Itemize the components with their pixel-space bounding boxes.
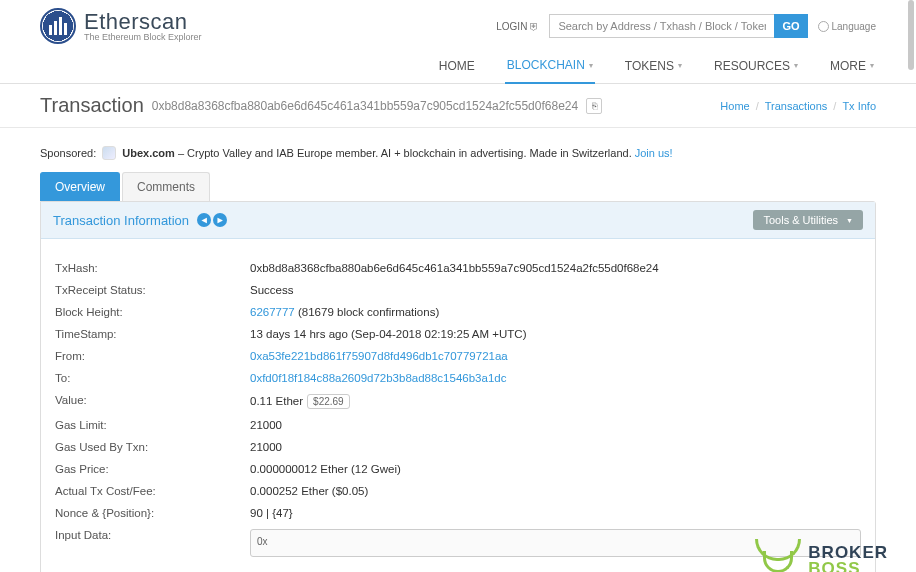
label-to: To: <box>55 372 250 384</box>
label-timestamp: TimeStamp: <box>55 328 250 340</box>
caret-down-icon: ▼ <box>846 217 853 224</box>
value-gasprice: 0.000000012 Ether (12 Gwei) <box>250 463 861 475</box>
tools-dropdown[interactable]: Tools & Utilities▼ <box>753 210 863 230</box>
search-form: GO <box>549 14 807 38</box>
scrollbar-thumb[interactable] <box>908 0 914 70</box>
label-block: Block Height: <box>55 306 250 318</box>
nav-more[interactable]: MORE▾ <box>828 58 876 83</box>
watermark-line2: BOSS <box>808 561 888 572</box>
label-value: Value: <box>55 394 250 409</box>
block-confirmations: (81679 block confirmations) <box>295 306 439 318</box>
chevron-down-icon: ▾ <box>589 61 593 70</box>
breadcrumb: Home/ Transactions/ Tx Info <box>720 100 876 112</box>
value-gaslimit: 21000 <box>250 419 861 431</box>
brand-subtitle: The Ethereum Block Explorer <box>84 33 202 42</box>
nav-home[interactable]: HOME <box>437 58 477 83</box>
tx-hash-heading: 0xb8d8a8368cfba880ab6e6d645c461a341bb559… <box>152 99 578 113</box>
crumb-current: Tx Info <box>842 100 876 112</box>
search-input[interactable] <box>549 14 774 38</box>
chevron-down-icon: ▾ <box>678 61 682 70</box>
value-gasused: 21000 <box>250 441 861 453</box>
label-nonce: Nonce & {Position}: <box>55 507 250 519</box>
scrollbar[interactable] <box>908 0 914 572</box>
nav-resources[interactable]: RESOURCES▾ <box>712 58 800 83</box>
page-title: Transaction 0xb8d8a8368cfba880ab6e6d645c… <box>40 94 602 117</box>
globe-icon <box>818 21 829 32</box>
main-nav: HOME BLOCKCHAIN▾ TOKENS▾ RESOURCES▾ MORE… <box>0 44 916 84</box>
label-from: From: <box>55 350 250 362</box>
sponsored-bar: Sponsored: Ubex.com – Crypto Valley and … <box>0 128 916 172</box>
value-status: Success <box>250 284 861 296</box>
value-nonce: 90 | {47} <box>250 507 861 519</box>
sponsor-link[interactable]: Join us! <box>635 147 673 159</box>
from-address-link[interactable]: 0xa53fe221bd861f75907d8fd496db1c70779721… <box>250 350 508 362</box>
tab-overview[interactable]: Overview <box>40 172 120 201</box>
next-tx-icon[interactable]: ► <box>213 213 227 227</box>
value-ether: 0.11 Ether <box>250 395 303 407</box>
sponsor-name[interactable]: Ubex.com <box>122 147 175 159</box>
label-status: TxReceipt Status: <box>55 284 250 296</box>
label-txhash: TxHash: <box>55 262 250 274</box>
chevron-down-icon: ▾ <box>870 61 874 70</box>
prev-tx-icon[interactable]: ◄ <box>197 213 211 227</box>
watermark-icon <box>754 537 802 572</box>
label-gasused: Gas Used By Txn: <box>55 441 250 453</box>
value-txhash: 0xb8d8a8368cfba880ab6e6d645c461a341bb559… <box>250 262 861 274</box>
value-txcost: 0.000252 Ether ($0.05) <box>250 485 861 497</box>
to-address-link[interactable]: 0xfd0f18f184c88a2609d72b3b8ad88c1546b3a1… <box>250 372 506 384</box>
chevron-down-icon: ▾ <box>794 61 798 70</box>
block-link[interactable]: 6267777 <box>250 306 295 318</box>
transaction-panel: Transaction Information ◄ ► Tools & Util… <box>40 201 876 572</box>
tabs: Overview Comments <box>40 172 876 201</box>
crumb-transactions[interactable]: Transactions <box>765 100 828 112</box>
crumb-home[interactable]: Home <box>720 100 749 112</box>
user-icon: ⛨ <box>529 21 539 32</box>
label-gaslimit: Gas Limit: <box>55 419 250 431</box>
logo-icon <box>40 8 76 44</box>
label-txcost: Actual Tx Cost/Fee: <box>55 485 250 497</box>
nav-tokens[interactable]: TOKENS▾ <box>623 58 684 83</box>
nav-blockchain[interactable]: BLOCKCHAIN▾ <box>505 58 595 84</box>
panel-title: Transaction Information ◄ ► <box>53 213 227 228</box>
label-gasprice: Gas Price: <box>55 463 250 475</box>
search-go-button[interactable]: GO <box>774 14 807 38</box>
value-usd: $22.69 <box>307 394 350 409</box>
watermark: BROKER BOSS <box>754 537 888 572</box>
value-timestamp: 13 days 14 hrs ago (Sep-04-2018 02:19:25… <box>250 328 861 340</box>
tab-comments[interactable]: Comments <box>122 172 210 201</box>
login-link[interactable]: LOGIN⛨ <box>496 21 539 32</box>
label-inputdata: Input Data: <box>55 529 250 559</box>
language-selector[interactable]: Language <box>818 21 877 32</box>
copy-icon[interactable]: ⎘ <box>586 98 602 114</box>
sponsor-icon <box>102 146 116 160</box>
logo[interactable]: Etherscan The Ethereum Block Explorer <box>40 8 202 44</box>
brand-name: Etherscan <box>84 11 202 33</box>
